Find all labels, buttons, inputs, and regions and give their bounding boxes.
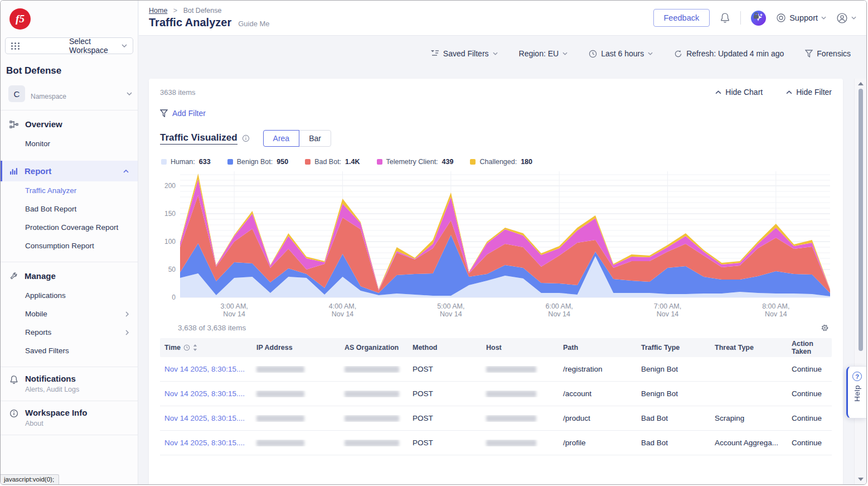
cell-time: Nov 14 2025, 8:30:15.... <box>160 365 252 373</box>
scroll-down-arrow-icon[interactable] <box>858 478 864 481</box>
cell-path: /product <box>559 414 637 422</box>
sort-arrows-icon[interactable] <box>193 344 197 351</box>
chevron-right-icon <box>125 330 129 335</box>
sidebar-item-consumption-report[interactable]: Consumption Report <box>1 237 138 255</box>
feedback-button[interactable]: Feedback <box>653 9 710 27</box>
guide-me-link[interactable]: Guide Me <box>238 20 269 28</box>
legend-swatch <box>377 159 382 165</box>
legend-label: Challenged: <box>479 158 517 166</box>
chevron-down-icon <box>127 92 132 95</box>
column-label: Traffic Type <box>641 344 680 352</box>
refresh-button[interactable]: Refresh: Updated 4 min ago <box>674 49 784 58</box>
sidebar-item-traffic-analyzer[interactable]: Traffic Analyzer <box>1 181 138 200</box>
legend-item[interactable]: Bad Bot:1.4K <box>305 158 360 166</box>
column-header-traffic_type: Traffic Type <box>637 344 710 352</box>
hide-filter-button[interactable]: Hide Filter <box>786 88 832 97</box>
cell-traffic_type: Bad Bot <box>637 414 710 422</box>
sidebar-item-bad-bot-report[interactable]: Bad Bot Report <box>1 200 138 218</box>
sidebar-item-label: Saved Filters <box>25 347 69 355</box>
column-label: Path <box>563 344 578 352</box>
forensics-button[interactable]: Forensics <box>805 49 851 58</box>
info-icon[interactable] <box>242 134 250 142</box>
sidebar-item-overview[interactable]: Overview <box>1 114 138 134</box>
workspace-selector[interactable]: Select Workspace <box>5 37 133 54</box>
region-dropdown[interactable]: Region: EU <box>519 49 568 58</box>
f5-logo[interactable]: f5 <box>9 8 31 30</box>
table-settings-gear-icon[interactable] <box>820 323 830 333</box>
table-row[interactable]: Nov 14 2025, 8:30:15....POST/productBad … <box>160 406 832 431</box>
svg-text:7:00 AM,: 7:00 AM, <box>654 302 681 310</box>
cell-host <box>482 391 559 397</box>
sidebar-item-protection-coverage-report[interactable]: Protection Coverage Report <box>1 218 138 237</box>
cell-method: POST <box>408 414 482 422</box>
legend-item[interactable]: Human:633 <box>161 158 211 166</box>
scroll-up-arrow-icon[interactable] <box>858 82 864 85</box>
sidebar-item-saved-filters[interactable]: Saved Filters <box>1 341 138 360</box>
svg-text:0: 0 <box>172 293 176 301</box>
hide-chart-label: Hide Chart <box>725 88 763 97</box>
sidebar-item-notifications[interactable]: NotificationsAlerts, Audit Logs <box>1 367 138 401</box>
legend-item[interactable]: Challenged:180 <box>470 158 532 166</box>
traffic-area-chart[interactable]: 0501001502003:00 AM,Nov 144:00 AM,Nov 14… <box>160 169 834 317</box>
support-lifering-icon <box>776 13 786 23</box>
clock-icon <box>589 50 597 58</box>
header-actions: Feedback Support <box>653 9 856 27</box>
workspace-selector-label: Select Workspace <box>69 37 122 55</box>
page-scrollbar[interactable] <box>854 79 866 484</box>
events-table: TimeIP AddressAS OrganizationMethodHostP… <box>160 338 832 455</box>
help-tab-label: Help <box>853 385 861 402</box>
table-row[interactable]: Nov 14 2025, 8:30:15....POST/accountBeni… <box>160 382 832 406</box>
breadcrumb-home-link[interactable]: Home <box>149 7 167 15</box>
hide-chart-button[interactable]: Hide Chart <box>715 88 763 97</box>
header-left: Home > Bot Defense Traffic Analyzer Guid… <box>149 7 270 29</box>
scrollbar-thumb[interactable] <box>859 89 863 351</box>
divider <box>1 262 138 262</box>
account-menu[interactable] <box>836 12 856 24</box>
table-row[interactable]: Nov 14 2025, 8:30:15....POST/profileBad … <box>160 431 832 455</box>
add-filter-button[interactable]: Add Filter <box>160 109 206 118</box>
support-menu[interactable]: Support <box>776 13 826 23</box>
svg-text:50: 50 <box>168 266 176 273</box>
table-row[interactable]: Nov 14 2025, 8:30:15....POST/registratio… <box>160 357 832 382</box>
sidebar-item-workspace-info[interactable]: Workspace InfoAbout <box>1 401 138 435</box>
sidebar-item-applications[interactable]: Applications <box>1 286 138 305</box>
sidebar-item-monitor[interactable]: Monitor <box>1 134 138 153</box>
time-info-icon[interactable] <box>183 344 190 351</box>
area-view-button[interactable]: Area <box>263 130 300 147</box>
svg-text:4:00 AM,: 4:00 AM, <box>329 302 356 310</box>
cell-ip_address <box>252 391 340 397</box>
sidebar-item-reports[interactable]: Reports <box>1 323 138 341</box>
cell-threat_type: Account Aggrega... <box>710 439 787 447</box>
event-time-link[interactable]: Nov 14 2025, 8:30:15.... <box>164 439 245 447</box>
cell-method: POST <box>408 365 482 373</box>
chevron-up-icon <box>786 90 792 94</box>
bar-view-button[interactable]: Bar <box>299 130 331 147</box>
sidebar-item-label: Mobile <box>25 310 47 318</box>
time-range-dropdown[interactable]: Last 6 hours <box>589 49 653 58</box>
notifications-bell-button[interactable] <box>720 12 730 23</box>
column-header-time[interactable]: Time <box>160 344 252 352</box>
event-time-link[interactable]: Nov 14 2025, 8:30:15.... <box>164 365 245 373</box>
forensics-label: Forensics <box>817 49 851 58</box>
legend-item[interactable]: Telemetry Client:439 <box>377 158 454 166</box>
redacted-ip_address-blob <box>256 440 304 446</box>
sidebar-item-report[interactable]: Report <box>1 161 138 181</box>
redacted-host-blob <box>486 440 536 446</box>
sidebar-item-mobile[interactable]: Mobile <box>1 305 138 323</box>
chevron-down-icon <box>851 16 856 20</box>
cell-action_taken: Continue <box>787 439 832 447</box>
ai-assistant-button[interactable] <box>751 11 766 26</box>
chart-title[interactable]: Traffic Visualized <box>160 132 237 145</box>
sidebar: f5 Select Workspace Bot Defense C Namesp… <box>1 1 138 484</box>
svg-text:100: 100 <box>164 238 176 246</box>
table-header-row: TimeIP AddressAS OrganizationMethodHostP… <box>160 338 832 357</box>
funnel-icon <box>160 109 168 117</box>
event-time-link[interactable]: Nov 14 2025, 8:30:15.... <box>164 414 245 422</box>
legend-item[interactable]: Benign Bot:950 <box>227 158 289 166</box>
sidebar-item-manage[interactable]: Manage <box>1 266 138 286</box>
namespace-selector[interactable]: C Namespace <box>8 85 132 110</box>
event-time-link[interactable]: Nov 14 2025, 8:30:15.... <box>164 389 245 398</box>
help-tab[interactable]: ? Help <box>846 366 866 418</box>
saved-filters-dropdown[interactable]: Saved Filters <box>431 49 498 58</box>
svg-text:Nov 14: Nov 14 <box>223 310 245 317</box>
